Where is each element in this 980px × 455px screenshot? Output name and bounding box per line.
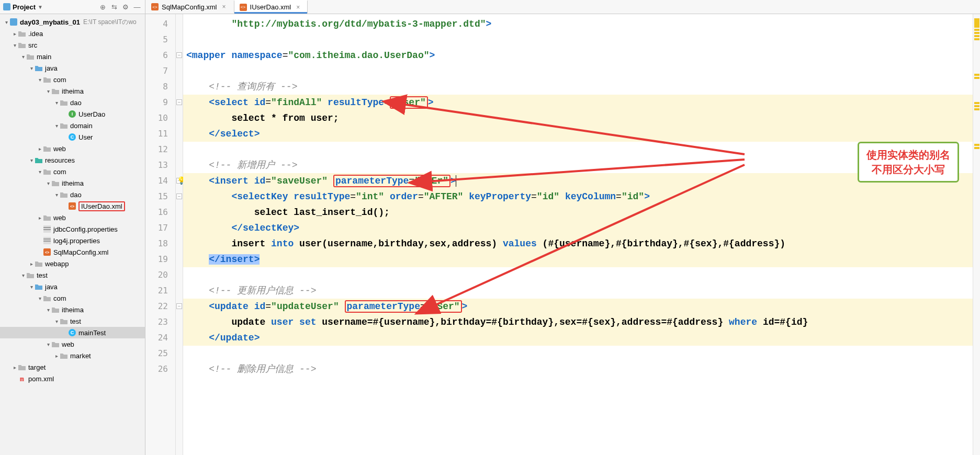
tree-item-test[interactable]: ▾test <box>0 315 145 327</box>
code-line-10[interactable]: select * from user; <box>183 110 973 126</box>
tree-item-itheima[interactable]: ▾itheima <box>0 85 145 97</box>
tree-toggle[interactable]: ▾ <box>53 192 60 198</box>
tree-item-target[interactable]: ▸target <box>0 361 145 373</box>
tree-toggle[interactable]: ▾ <box>45 88 51 94</box>
project-title[interactable]: Project ▼ <box>3 3 43 11</box>
tree-item-dao[interactable]: ▾dao <box>0 97 145 108</box>
code-line-20[interactable] <box>183 267 973 283</box>
fold-marker[interactable]: – <box>176 99 182 105</box>
tree-toggle[interactable]: ▾ <box>45 180 51 186</box>
tree-item-maintest[interactable]: CmainTest <box>0 327 145 338</box>
tree-toggle[interactable]: ▾ <box>28 284 35 290</box>
tree-item-itheima[interactable]: ▾itheima <box>0 304 145 315</box>
tree-item-com[interactable]: ▾com <box>0 292 145 304</box>
code-line-23[interactable]: update user set username=#{username},bir… <box>183 314 973 330</box>
tree-item-itheima[interactable]: ▾itheima <box>0 177 145 189</box>
tree-item-webapp[interactable]: ▸webapp <box>0 258 145 269</box>
tree-item-resources[interactable]: ▾resources <box>0 154 145 166</box>
code-line-22[interactable]: <update id="updateUser" parameterType="u… <box>183 299 973 314</box>
tree-item-log4j-properties[interactable]: log4j.properties <box>0 235 145 246</box>
tab-sqlmapconfig-xml[interactable]: <>SqlMapConfig.xml× <box>145 0 234 14</box>
tree-item-src[interactable]: ▾src <box>0 39 145 51</box>
tree-icon <box>51 179 60 187</box>
tree-item-java[interactable]: ▾java <box>0 281 145 292</box>
code-line-8[interactable]: <!-- 查询所有 --> <box>183 79 973 95</box>
code-line-19[interactable]: </insert> <box>183 252 973 267</box>
tree-toggle[interactable]: ▾ <box>37 295 43 301</box>
tree-toggle[interactable]: ▸ <box>28 261 35 267</box>
tree-icon <box>60 317 68 325</box>
tree-item-jdbcconfig-properties[interactable]: jdbcConfig.properties <box>0 223 145 235</box>
tree-item-market[interactable]: ▸market <box>0 350 145 361</box>
tree-toggle[interactable]: ▾ <box>3 19 9 25</box>
tree-item-web[interactable]: ▸web <box>0 143 145 154</box>
close-icon[interactable]: × <box>222 3 226 10</box>
fold-marker[interactable]: – <box>176 303 182 309</box>
fold-marker[interactable]: – <box>176 52 182 58</box>
svg-rect-6 <box>43 238 51 240</box>
code-line-12[interactable] <box>183 142 973 157</box>
tree-toggle[interactable]: ▾ <box>45 307 51 313</box>
close-icon[interactable]: × <box>296 4 300 11</box>
code-line-16[interactable]: select last_insert_id(); <box>183 204 973 220</box>
gear-icon[interactable]: ⚙ <box>121 2 130 12</box>
code-area[interactable]: "http://mybatis.org/dtd/mybatis-3-mapper… <box>183 14 973 455</box>
tree-toggle[interactable]: ▸ <box>37 215 43 221</box>
tree-toggle[interactable]: ▾ <box>37 169 43 175</box>
tree-item-user[interactable]: CUser <box>0 131 145 143</box>
code-line-26[interactable]: <!-- 删除用户信息 --> <box>183 361 973 377</box>
code-line-13[interactable]: <!-- 新增用户 --> <box>183 157 973 173</box>
project-tree[interactable]: ▾day03_mybatis_01E:\IT space\ITのwo▸.idea… <box>0 14 145 455</box>
code-line-4[interactable]: "http://mybatis.org/dtd/mybatis-3-mapper… <box>183 16 973 32</box>
tree-toggle[interactable]: ▾ <box>37 77 43 83</box>
tree-item-day03_mybatis_01[interactable]: ▾day03_mybatis_01E:\IT space\ITのwo <box>0 16 145 28</box>
tree-toggle[interactable]: ▾ <box>53 100 60 106</box>
code-line-11[interactable]: </select> <box>183 126 973 142</box>
hide-icon[interactable]: — <box>132 2 142 12</box>
tree-toggle[interactable]: ▾ <box>20 272 26 278</box>
code-line-17[interactable]: </selectKey> <box>183 220 973 236</box>
locate-icon[interactable]: ⊕ <box>98 2 107 12</box>
tree-item-sqlmapconfig-xml[interactable]: <>SqlMapConfig.xml <box>0 246 145 258</box>
tree-toggle[interactable]: ▾ <box>45 342 51 347</box>
tree-toggle[interactable]: ▾ <box>53 123 60 129</box>
code-line-21[interactable]: <!-- 更新用户信息 --> <box>183 283 973 299</box>
tree-icon: <> <box>43 248 51 256</box>
tab-iuserdao-xml[interactable]: <>IUserDao.xml× <box>234 0 308 14</box>
tree-item-iuserdao-xml[interactable]: <>IUserDao.xml <box>0 200 145 212</box>
code-line-24[interactable]: </update> <box>183 330 973 346</box>
code-line-14[interactable]: <insert id="saveUser" parameterType="UsE… <box>183 173 973 189</box>
tree-icon <box>18 363 26 371</box>
code-line-6[interactable]: <mapper namespace="com.itheima.dao.UserD… <box>183 48 973 63</box>
tree-item-test[interactable]: ▾test <box>0 269 145 281</box>
tree-toggle[interactable]: ▾ <box>28 157 35 163</box>
tree-toggle[interactable]: ▾ <box>53 318 60 324</box>
tree-toggle[interactable]: ▾ <box>28 65 35 71</box>
tree-toggle[interactable]: ▸ <box>53 353 60 359</box>
tree-item-java[interactable]: ▾java <box>0 62 145 74</box>
tree-item-dao[interactable]: ▾dao <box>0 189 145 200</box>
fold-marker[interactable]: – <box>176 194 182 199</box>
tree-item-web[interactable]: ▸web <box>0 212 145 223</box>
tree-item--idea[interactable]: ▸.idea <box>0 28 145 39</box>
tree-item-web[interactable]: ▾web <box>0 338 145 350</box>
tree-toggle[interactable]: ▸ <box>12 31 18 37</box>
code-line-5[interactable] <box>183 32 973 48</box>
tree-item-domain[interactable]: ▾domain <box>0 120 145 131</box>
tree-toggle[interactable]: ▾ <box>12 42 18 48</box>
tree-item-main[interactable]: ▾main <box>0 51 145 62</box>
tree-toggle[interactable]: ▸ <box>12 365 18 370</box>
expand-icon[interactable]: ⇆ <box>109 2 119 12</box>
svg-rect-0 <box>3 3 10 10</box>
tree-item-com[interactable]: ▾com <box>0 166 145 177</box>
tree-toggle[interactable]: ▾ <box>20 54 26 60</box>
code-line-15[interactable]: <selectKey resultType="int" order="AFTER… <box>183 189 973 204</box>
code-line-9[interactable]: <select id="findAll" resultType="User"> <box>183 95 973 110</box>
tree-item-com[interactable]: ▾com <box>0 74 145 85</box>
tree-toggle[interactable]: ▸ <box>37 146 43 152</box>
tree-item-userdao[interactable]: IUserDao <box>0 108 145 120</box>
code-line-25[interactable] <box>183 346 973 361</box>
tree-item-pom-xml[interactable]: mpom.xml <box>0 373 145 384</box>
code-line-7[interactable] <box>183 63 973 79</box>
code-line-18[interactable]: insert into user(username,birthday,sex,a… <box>183 236 973 252</box>
